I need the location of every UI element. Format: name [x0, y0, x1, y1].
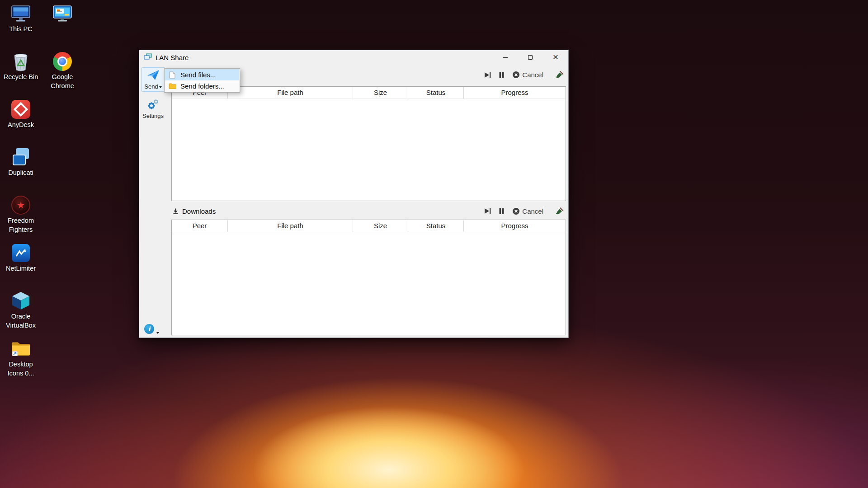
clear-finished-button[interactable] [555, 207, 564, 215]
downloads-title: Downloads [172, 207, 216, 215]
send-button[interactable]: Send [141, 67, 165, 92]
freedom-fighters-icon: ★ [10, 194, 32, 216]
pause-button[interactable] [499, 208, 504, 214]
send-plane-icon [146, 69, 160, 83]
broom-icon [555, 71, 564, 79]
desktop-icon-freedom-fighters[interactable]: ★ Freedom Fighters [2, 194, 40, 234]
chrome-icon [52, 51, 73, 72]
column-header-progress[interactable]: Progress [464, 87, 566, 99]
chevron-down-icon [159, 86, 162, 88]
anydesk-icon [10, 99, 32, 120]
resume-icon [484, 208, 491, 214]
downloads-title-label: Downloads [182, 207, 216, 215]
duplicati-icon [10, 146, 32, 168]
download-icon [172, 208, 179, 215]
menu-item-label: Send folders... [180, 82, 224, 90]
desktop-icon-this-pc[interactable]: This PC [2, 3, 40, 34]
menu-item-send-folders[interactable]: Send folders... [165, 80, 239, 92]
pause-icon [499, 208, 504, 214]
uploads-toolbar: Cancel [484, 71, 564, 79]
uploads-table: Peer File path Size Status Progress [171, 86, 566, 201]
recycle-bin-icon [10, 51, 32, 72]
send-menu: Send files... Send folders... [164, 68, 240, 93]
cancel-button[interactable]: Cancel [512, 207, 543, 215]
desktop-icon-label: Recycle Bin [4, 73, 38, 82]
menu-item-label: Send files... [180, 71, 216, 79]
desktop-icon-label: This PC [9, 25, 33, 34]
chevron-down-icon [156, 332, 159, 334]
desktop-icon-netlimiter[interactable]: NetLimiter [2, 242, 40, 273]
minimize-icon [503, 57, 508, 58]
column-header-size[interactable]: Size [353, 87, 408, 99]
virtualbox-icon [10, 290, 32, 312]
maximize-button[interactable] [518, 50, 543, 65]
file-icon [168, 71, 176, 79]
this-pc-icon [10, 3, 32, 24]
gear-icon [147, 99, 159, 112]
lan-share-app-icon [144, 53, 152, 62]
window-title: LAN Share [156, 54, 189, 61]
pause-button[interactable] [499, 72, 504, 78]
minimize-button[interactable] [492, 50, 518, 65]
settings-button-label: Settings [142, 113, 164, 119]
desktop-icon-virtualbox[interactable]: Oracle VirtualBox [2, 290, 40, 330]
cancel-icon [512, 71, 520, 79]
desktop-icon-google-chrome[interactable]: Google Chrome [43, 51, 81, 90]
downloads-bar: Downloads Cancel [171, 202, 564, 220]
downloads-toolbar: Cancel [484, 207, 564, 215]
folder-icon [10, 338, 32, 360]
column-header-status[interactable]: Status [408, 220, 464, 232]
desktop-icon-label: Freedom Fighters [2, 216, 40, 234]
column-header-progress[interactable]: Progress [464, 220, 566, 232]
desktop-icon-label: Google Chrome [43, 73, 81, 90]
info-area: i [139, 324, 167, 338]
menu-item-send-files[interactable]: Send files... [165, 69, 239, 80]
titlebar: LAN Share × [139, 50, 568, 65]
column-header-status[interactable]: Status [408, 87, 464, 99]
send-button-label: Send [144, 83, 158, 90]
folder-icon [168, 83, 176, 89]
window-controls: × [492, 50, 568, 65]
desktop-icon-label: Oracle VirtualBox [2, 312, 40, 330]
pause-icon [499, 72, 504, 78]
about-info-button[interactable]: i [144, 324, 154, 334]
sidebar: Send Settings [139, 65, 167, 338]
lan-share-window: LAN Share × Send [139, 50, 569, 338]
remote-desktop-icon [52, 3, 73, 24]
desktop-icon-label: Desktop Icons 0... [2, 360, 40, 378]
column-header-peer[interactable]: Peer [172, 220, 228, 232]
close-button[interactable]: × [543, 50, 568, 65]
resume-button[interactable] [484, 72, 491, 78]
column-header-size[interactable]: Size [353, 220, 408, 232]
cancel-button-label: Cancel [522, 207, 543, 215]
cancel-button-label: Cancel [522, 71, 543, 79]
downloads-table-header: Peer File path Size Status Progress [172, 220, 566, 232]
downloads-table: Peer File path Size Status Progress [171, 220, 566, 335]
desktop-icon-recycle-bin[interactable]: Recycle Bin [2, 51, 40, 82]
netlimiter-icon [10, 242, 32, 264]
desktop-icon-label: NetLimiter [6, 264, 36, 273]
resume-icon [484, 72, 491, 78]
desktop-icon-desktop-icons-folder[interactable]: Desktop Icons 0... [2, 338, 40, 378]
maximize-icon [528, 55, 533, 60]
cancel-icon [512, 207, 520, 215]
column-header-file-path[interactable]: File path [228, 87, 353, 99]
desktop-icon-duplicati[interactable]: Duplicati [2, 146, 40, 178]
desktop-icon-anydesk[interactable]: AnyDesk [2, 99, 40, 130]
desktop-icon-label: Duplicati [8, 169, 33, 178]
settings-button[interactable]: Settings [141, 97, 165, 121]
resume-button[interactable] [484, 208, 491, 214]
desktop-icon-remote-desktop[interactable] [43, 3, 81, 25]
clear-finished-button[interactable] [555, 71, 564, 79]
broom-icon [555, 207, 564, 215]
column-header-file-path[interactable]: File path [228, 220, 353, 232]
desktop-icon-label: AnyDesk [8, 121, 34, 130]
cancel-button[interactable]: Cancel [512, 71, 543, 79]
